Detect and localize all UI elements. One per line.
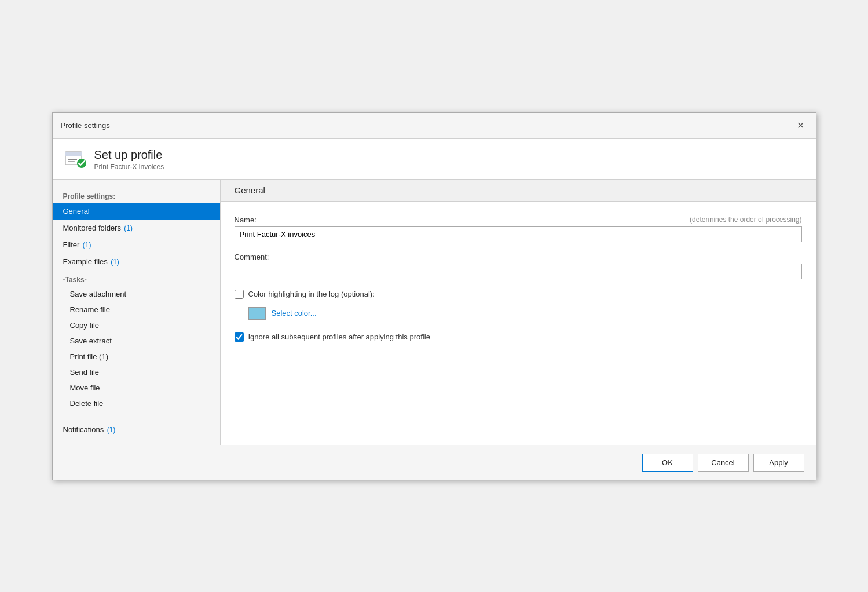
svg-rect-1 — [65, 152, 82, 156]
header-text: Set up profile Print Factur-X invoices — [94, 148, 164, 171]
comment-label: Comment: — [235, 253, 802, 261]
sidebar-item-general[interactable]: General — [53, 203, 220, 220]
profile-icon — [64, 148, 86, 170]
name-input[interactable] — [235, 226, 802, 242]
svg-rect-3 — [68, 161, 75, 162]
title-bar: Profile settings ✕ — [53, 113, 816, 139]
save-extract-label: Save extract — [70, 337, 112, 345]
sidebar-item-rename-file[interactable]: Rename file — [53, 302, 220, 317]
sidebar-item-print-file[interactable]: Print file (1) — [53, 349, 220, 364]
color-row: Select color... — [248, 307, 802, 320]
content-section-title: General — [221, 180, 816, 202]
sidebar-item-send-file[interactable]: Send file — [53, 364, 220, 380]
sidebar-item-filter[interactable]: Filter (1) — [53, 236, 220, 253]
comment-input[interactable] — [235, 264, 802, 279]
sidebar-item-save-attachment[interactable]: Save attachment — [53, 286, 220, 302]
name-label-row: Name: (determines the order of processin… — [235, 215, 802, 224]
sidebar-example-label: Example files — [63, 257, 108, 266]
comment-field-row: Comment: — [235, 253, 802, 279]
sidebar-monitored-badge: (1) — [122, 224, 133, 232]
select-color-link[interactable]: Select color... — [272, 309, 317, 317]
print-file-label: Print file — [70, 352, 97, 361]
ignore-checkbox-row: Ignore all subsequent profiles after app… — [235, 332, 802, 342]
name-field-row: Name: (determines the order of processin… — [235, 215, 802, 242]
notifications-badge: (1) — [105, 426, 115, 434]
delete-file-label: Delete file — [70, 399, 104, 408]
print-file-badge: (1) — [97, 352, 108, 361]
sidebar-section-label: Profile settings: — [53, 187, 220, 203]
sidebar-item-notifications[interactable]: Notifications (1) — [53, 421, 220, 438]
color-checkbox-row: Color highlighting in the log (optional)… — [235, 290, 802, 299]
content-area: General Name: (determines the order of p… — [221, 180, 816, 445]
rename-file-label: Rename file — [70, 305, 110, 314]
color-highlight-label[interactable]: Color highlighting in the log (optional)… — [248, 290, 375, 298]
save-attachment-label: Save attachment — [70, 290, 127, 298]
profile-settings-dialog: Profile settings ✕ Set up profile Print … — [52, 112, 816, 480]
name-label: Name: — [235, 215, 257, 224]
header-area: Set up profile Print Factur-X invoices — [53, 139, 816, 180]
ignore-profiles-label[interactable]: Ignore all subsequent profiles after app… — [248, 332, 430, 341]
color-highlight-checkbox[interactable] — [235, 290, 244, 299]
apply-button[interactable]: Apply — [753, 454, 804, 472]
sidebar-monitored-label: Monitored folders — [63, 224, 121, 232]
sidebar-item-monitored-folders[interactable]: Monitored folders (1) — [53, 220, 220, 236]
sidebar: Profile settings: General Monitored fold… — [53, 180, 221, 445]
move-file-label: Move file — [70, 383, 100, 392]
color-swatch[interactable] — [248, 307, 266, 320]
ok-button[interactable]: OK — [642, 454, 693, 472]
dialog-title: Profile settings — [61, 121, 110, 130]
name-hint: (determines the order of processing) — [690, 215, 801, 224]
sidebar-tasks-label: -Tasks- — [53, 270, 220, 286]
cancel-button[interactable]: Cancel — [698, 454, 749, 472]
ignore-profiles-checkbox[interactable] — [235, 332, 244, 342]
footer: OK Cancel Apply — [53, 445, 816, 480]
sidebar-filter-badge: (1) — [80, 241, 91, 249]
sidebar-example-badge: (1) — [109, 258, 119, 266]
sidebar-item-example-files[interactable]: Example files (1) — [53, 253, 220, 270]
close-button[interactable]: ✕ — [794, 119, 808, 133]
svg-rect-2 — [68, 159, 77, 160]
sidebar-divider — [63, 416, 210, 416]
send-file-label: Send file — [70, 368, 100, 377]
notifications-label: Notifications — [63, 425, 104, 434]
content-body: Name: (determines the order of processin… — [221, 202, 816, 445]
header-title: Set up profile — [94, 148, 164, 162]
copy-file-label: Copy file — [70, 321, 100, 330]
main-area: Profile settings: General Monitored fold… — [53, 180, 816, 445]
sidebar-filter-label: Filter — [63, 240, 80, 249]
sidebar-item-save-extract[interactable]: Save extract — [53, 333, 220, 349]
sidebar-item-move-file[interactable]: Move file — [53, 380, 220, 396]
header-subtitle: Print Factur-X invoices — [94, 163, 164, 171]
sidebar-item-delete-file[interactable]: Delete file — [53, 396, 220, 411]
sidebar-general-label: General — [63, 207, 90, 215]
sidebar-item-copy-file[interactable]: Copy file — [53, 317, 220, 333]
